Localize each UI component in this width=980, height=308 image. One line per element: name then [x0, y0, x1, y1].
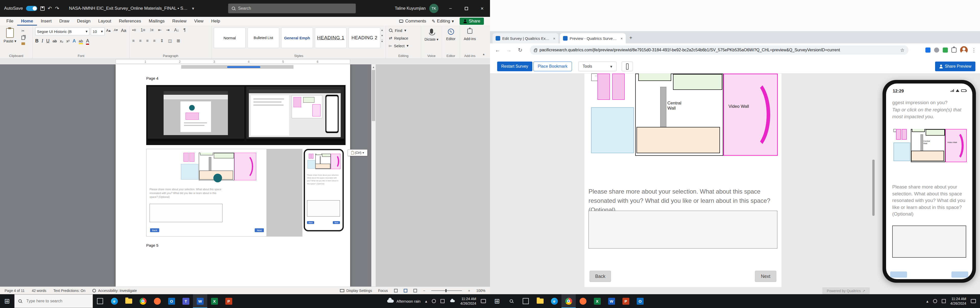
- task-view-button[interactable]: [93, 294, 107, 308]
- title-caret-icon[interactable]: ▾: [192, 6, 194, 11]
- editing-mode-button[interactable]: ✎Editing▾: [432, 19, 454, 24]
- tray-expand-icon[interactable]: ▴: [425, 299, 427, 304]
- text-predictions[interactable]: Text Predictions: On: [53, 289, 85, 293]
- copy-button[interactable]: [21, 36, 25, 40]
- taskbar2-clock[interactable]: 11:24 AM4/26/2024: [950, 297, 966, 306]
- underline-button[interactable]: U: [46, 38, 49, 44]
- floorplan-central-wall-bar[interactable]: [660, 87, 667, 131]
- style-normal[interactable]: Normal: [214, 27, 245, 48]
- tab-home[interactable]: Home: [17, 17, 37, 26]
- select-button[interactable]: ▻Select▾: [389, 43, 409, 48]
- tab-view[interactable]: View: [190, 17, 207, 26]
- style-heading-2[interactable]: HEADING 2: [348, 27, 380, 48]
- align-center-button[interactable]: ≡: [139, 38, 142, 43]
- tray2-icon-1[interactable]: [933, 299, 937, 303]
- mobile-view-toggle[interactable]: [622, 62, 633, 71]
- phone-next-button[interactable]: [951, 271, 968, 278]
- tray2-expand-icon[interactable]: ▴: [926, 299, 928, 304]
- tray-icon-2[interactable]: [441, 299, 445, 303]
- embedded-screenshot-phone[interactable]: … Central Wall Video Wall Please share m…: [304, 149, 344, 231]
- minimize-button[interactable]: −: [442, 0, 458, 17]
- word-count[interactable]: 42 words: [32, 289, 46, 293]
- editor-button[interactable]: ✎ Editor: [442, 29, 460, 41]
- extension-icon-2[interactable]: [934, 48, 939, 53]
- taskbar-word-active[interactable]: W: [193, 294, 207, 308]
- tab1-close-icon[interactable]: ×: [553, 36, 555, 41]
- save-icon[interactable]: [40, 6, 45, 11]
- taskbar-search-input[interactable]: [14, 294, 93, 308]
- tab-layout[interactable]: Layout: [94, 17, 115, 26]
- floorplan-orange-room[interactable]: [636, 127, 720, 153]
- print-layout-button[interactable]: [404, 289, 407, 292]
- taskbar-weather[interactable]: Afternoon rain: [387, 299, 420, 303]
- taskbar2-powerpoint[interactable]: P: [619, 294, 633, 308]
- zoom-slider-knob[interactable]: [445, 289, 447, 292]
- justify-button[interactable]: ≡: [153, 38, 156, 43]
- dictate-button[interactable]: Dictate ▾: [421, 29, 442, 41]
- document-title[interactable]: NASA-NMNH EIC_Exit Survey_Online Materia…: [69, 6, 189, 11]
- document-scrollbar-thumb[interactable]: [372, 70, 375, 121]
- decrease-indent-button[interactable]: ⇤: [158, 27, 162, 32]
- address-bar[interactable]: pacificresearch.qualtrics.com/jfe/previe…: [530, 45, 908, 55]
- url-text[interactable]: pacificresearch.qualtrics.com/jfe/previe…: [539, 48, 897, 53]
- bookmark-star-icon[interactable]: ☆: [900, 47, 904, 53]
- word-search-box[interactable]: Search: [228, 3, 356, 13]
- zoom-level[interactable]: 100%: [476, 289, 485, 293]
- restore-button[interactable]: [458, 0, 474, 17]
- user-avatar[interactable]: TK: [429, 4, 438, 13]
- extension-icon-3[interactable]: [943, 48, 948, 53]
- font-color-button[interactable]: A: [86, 38, 89, 44]
- zoom-in-button[interactable]: +: [468, 289, 470, 293]
- action-center-icon-2[interactable]: [971, 299, 976, 303]
- undo-icon[interactable]: ↶: [48, 5, 52, 11]
- taskbar-excel[interactable]: X: [207, 294, 221, 308]
- floorplan-pink-exhibit-2[interactable]: [612, 73, 625, 100]
- show-marks-button[interactable]: ¶: [183, 28, 186, 32]
- find-button[interactable]: Find▾: [389, 28, 406, 33]
- align-left-button[interactable]: ≡: [132, 38, 135, 43]
- tab-edit-survey[interactable]: Edit Survey | Qualtrics Experie ×: [493, 33, 558, 43]
- onedrive-icon[interactable]: [450, 300, 455, 302]
- addins-button[interactable]: Add-ins: [460, 29, 480, 41]
- start-button-2[interactable]: ⊞: [490, 294, 504, 308]
- cut-button[interactable]: ✂: [21, 29, 25, 33]
- embedded-image-partial[interactable]: [181, 65, 293, 69]
- tab-draw[interactable]: Draw: [56, 17, 73, 26]
- paste-options-button[interactable]: (Ctrl) ▾: [348, 149, 368, 156]
- browser-reload-button[interactable]: ↻: [515, 45, 525, 55]
- highlight-button[interactable]: ab: [79, 39, 83, 43]
- shrink-font-button[interactable]: A▾: [114, 28, 118, 32]
- autosave-toggle[interactable]: [26, 6, 37, 11]
- web-layout-button[interactable]: [414, 289, 417, 292]
- taskbar2-outlook[interactable]: O: [633, 294, 647, 308]
- collapse-ribbon-button[interactable]: ▴: [483, 52, 485, 56]
- preview-scrollbar-thumb[interactable]: [872, 160, 875, 216]
- increase-indent-button[interactable]: ⇥: [166, 27, 169, 32]
- styles-more-button[interactable]: ▾: [381, 39, 383, 43]
- restart-survey-button[interactable]: Restart Survey: [497, 62, 532, 71]
- taskbar2-word[interactable]: W: [605, 294, 619, 308]
- style-general-emph[interactable]: General Emph: [281, 27, 313, 48]
- grow-font-button[interactable]: A▴: [106, 28, 111, 33]
- read-mode-button[interactable]: [394, 289, 398, 292]
- close-button[interactable]: ×: [474, 0, 490, 17]
- browser-forward-button[interactable]: →: [504, 45, 514, 55]
- task-view-button-2[interactable]: [519, 294, 533, 308]
- taskbar-teams[interactable]: T: [179, 294, 193, 308]
- extensions-puzzle-icon[interactable]: [951, 48, 956, 53]
- tab-preview-survey[interactable]: Preview - Qualtrics Survey | Q ×: [560, 33, 626, 43]
- start-button[interactable]: ⊞: [0, 294, 14, 308]
- place-bookmark-button[interactable]: Place Bookmark: [533, 62, 572, 71]
- superscript-button[interactable]: x²: [66, 39, 70, 43]
- borders-button[interactable]: ⊞: [177, 38, 180, 43]
- new-tab-button[interactable]: +: [629, 35, 632, 41]
- display-settings-button[interactable]: Display Settings: [340, 289, 372, 293]
- share-preview-button[interactable]: Share Preview: [935, 62, 975, 71]
- tab-help[interactable]: Help: [207, 17, 224, 26]
- taskbar2-chrome-active[interactable]: [562, 294, 576, 308]
- zoom-out-button[interactable]: −: [423, 289, 425, 293]
- bullets-button[interactable]: •≡: [132, 28, 136, 32]
- tab-review[interactable]: Review: [169, 17, 190, 26]
- text-effects-button[interactable]: A: [73, 38, 76, 44]
- tab-mailings[interactable]: Mailings: [145, 17, 169, 26]
